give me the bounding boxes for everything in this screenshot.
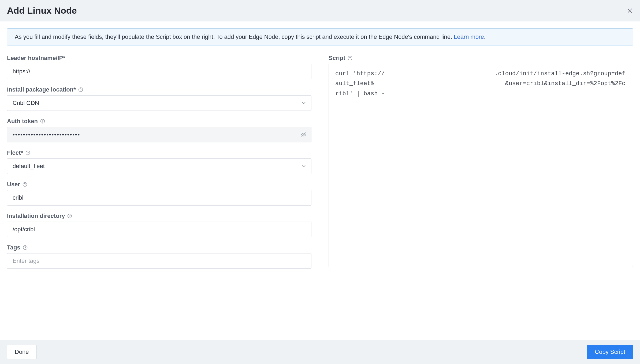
- auth-token-label: Auth token: [7, 118, 311, 125]
- copy-script-button[interactable]: Copy Script: [587, 345, 633, 359]
- user-input[interactable]: [7, 190, 311, 206]
- learn-more-link[interactable]: Learn more: [454, 33, 484, 40]
- modal-header: Add Linux Node: [0, 0, 640, 21]
- done-button[interactable]: Done: [7, 345, 37, 359]
- install-dir-input[interactable]: [7, 222, 311, 237]
- close-icon[interactable]: [627, 7, 633, 14]
- user-label: User: [7, 181, 311, 188]
- svg-point-5: [42, 122, 43, 123]
- install-package-label: Install package location*: [7, 86, 311, 93]
- script-box[interactable]: curl 'https:// .cloud/init/install-edge.…: [329, 64, 633, 267]
- svg-point-15: [25, 249, 25, 249]
- help-icon[interactable]: [40, 119, 45, 124]
- install-package-field: Install package location*: [7, 86, 311, 111]
- fleet-select-wrap: [7, 158, 311, 174]
- leader-hostname-input[interactable]: [7, 64, 311, 79]
- tags-field: Tags: [7, 244, 311, 269]
- script-label-text: Script: [329, 55, 345, 62]
- leader-hostname-field: Leader hostname/IP*: [7, 55, 311, 79]
- help-icon[interactable]: [23, 245, 28, 250]
- install-package-select-wrap: [7, 95, 311, 111]
- install-dir-label-text: Installation directory: [7, 213, 65, 219]
- svg-point-9: [28, 154, 28, 154]
- install-dir-field: Installation directory: [7, 213, 311, 237]
- info-banner-text: As you fill and modify these fields, the…: [15, 33, 454, 40]
- add-linux-node-modal: Add Linux Node As you fill and modify th…: [0, 0, 640, 364]
- help-icon[interactable]: [22, 182, 28, 187]
- help-icon[interactable]: [78, 87, 83, 92]
- fleet-select[interactable]: [7, 158, 311, 174]
- leader-hostname-label: Leader hostname/IP*: [7, 55, 311, 62]
- auth-token-input[interactable]: [7, 127, 311, 142]
- info-banner-period: .: [484, 33, 486, 40]
- help-icon[interactable]: [25, 150, 31, 156]
- install-dir-label: Installation directory: [7, 213, 311, 219]
- eye-off-icon[interactable]: [301, 132, 307, 138]
- svg-point-11: [25, 185, 25, 186]
- script-label: Script: [329, 55, 633, 62]
- form-right-column: Script curl 'https:// .cloud/init/instal…: [329, 55, 633, 276]
- modal-title: Add Linux Node: [7, 5, 77, 16]
- leader-hostname-label-text: Leader hostname/IP*: [7, 55, 65, 62]
- info-banner: As you fill and modify these fields, the…: [7, 28, 633, 46]
- script-field: Script curl 'https:// .cloud/init/instal…: [329, 55, 633, 267]
- user-label-text: User: [7, 181, 20, 188]
- svg-point-17: [350, 59, 350, 59]
- tags-label-text: Tags: [7, 244, 20, 251]
- svg-point-3: [80, 91, 81, 91]
- tags-label: Tags: [7, 244, 311, 251]
- fleet-label: Fleet*: [7, 149, 311, 156]
- install-package-select[interactable]: [7, 95, 311, 111]
- fleet-label-text: Fleet*: [7, 149, 23, 156]
- fleet-field: Fleet*: [7, 149, 311, 174]
- help-icon[interactable]: [347, 55, 353, 61]
- modal-body: As you fill and modify these fields, the…: [0, 21, 640, 340]
- svg-point-13: [70, 217, 70, 217]
- auth-token-field: Auth token: [7, 118, 311, 142]
- form-left-column: Leader hostname/IP* Install package loca…: [7, 55, 311, 276]
- modal-footer: Done Copy Script: [0, 340, 640, 364]
- install-package-label-text: Install package location*: [7, 86, 76, 93]
- tags-input[interactable]: [7, 253, 311, 269]
- auth-token-input-wrap: [7, 127, 311, 142]
- form-columns: Leader hostname/IP* Install package loca…: [7, 55, 633, 276]
- user-field: User: [7, 181, 311, 206]
- auth-token-label-text: Auth token: [7, 118, 38, 125]
- help-icon[interactable]: [67, 213, 72, 219]
